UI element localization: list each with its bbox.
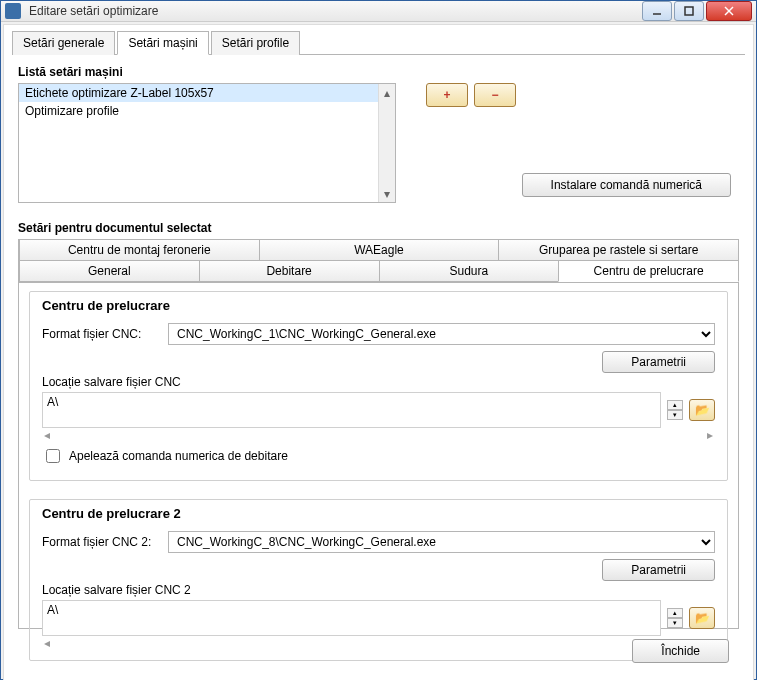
spinner-down-icon[interactable]: ▾ (667, 410, 683, 420)
svg-rect-1 (685, 7, 693, 15)
cnc-format-select-2[interactable]: CNC_WorkingC_8\CNC_WorkingC_General.exe (168, 531, 715, 553)
machine-list-items: Etichete optimizare Z-Label 105x57 Optim… (19, 84, 378, 202)
tab-profiles[interactable]: Setări profile (211, 31, 300, 55)
location-spinner-2[interactable]: ▴ ▾ (667, 608, 683, 628)
subtab-cutting[interactable]: Debitare (199, 260, 380, 282)
tab-general[interactable]: Setări generale (12, 31, 115, 55)
client-area: Setări generale Setări mașini Setări pro… (3, 24, 754, 680)
subtab-hardware-center[interactable]: Centru de montaj feronerie (19, 239, 260, 261)
subtab-content: Centru de prelucrare Format fișier CNC: … (18, 283, 739, 629)
browse-button-1[interactable]: 📂 (689, 399, 715, 421)
tab-machines[interactable]: Setări mașini (117, 31, 208, 55)
group1-title: Centru de prelucrare (42, 298, 715, 313)
subtab-grouping[interactable]: Gruparea pe rastele si sertare (498, 239, 739, 261)
install-nc-button[interactable]: Instalare comandă numerică (522, 173, 731, 197)
selected-doc-heading: Setări pentru documentul selectat (18, 221, 739, 235)
machine-listbox[interactable]: Etichete optimizare Z-Label 105x57 Optim… (18, 83, 396, 203)
main-tabs: Setări generale Setări mașini Setări pro… (12, 31, 745, 55)
call-cutting-nc-row: Apelează comanda numerica de debitare (42, 446, 715, 466)
list-item[interactable]: Optimizare profile (19, 102, 378, 120)
scroll-down-icon[interactable]: ▾ (379, 185, 395, 202)
cnc-format-select-1[interactable]: CNC_WorkingC_1\CNC_WorkingC_General.exe (168, 323, 715, 345)
selected-doc-section: Setări pentru documentul selectat Centru… (12, 211, 745, 629)
subtab-waeagle[interactable]: WAEagle (259, 239, 500, 261)
add-button[interactable]: + (426, 83, 468, 107)
window-controls (642, 1, 752, 21)
call-cutting-nc-label: Apelează comanda numerica de debitare (69, 449, 288, 463)
spinner-down-icon[interactable]: ▾ (667, 618, 683, 628)
list-item[interactable]: Etichete optimizare Z-Label 105x57 (19, 84, 378, 102)
list-scrollbar[interactable]: ▴ ▾ (378, 84, 395, 202)
maximize-button[interactable] (674, 1, 704, 21)
add-remove-buttons: + − (426, 83, 516, 107)
remove-button[interactable]: − (474, 83, 516, 107)
minus-icon: − (491, 88, 498, 102)
window-title: Editare setări optimizare (25, 4, 642, 18)
call-cutting-nc-checkbox[interactable] (46, 449, 60, 463)
spinner-up-icon[interactable]: ▴ (667, 400, 683, 410)
titlebar: Editare setări optimizare (1, 1, 756, 22)
spinner-up-icon[interactable]: ▴ (667, 608, 683, 618)
machining-center-group-1: Centru de prelucrare Format fișier CNC: … (29, 291, 728, 481)
folder-icon: 📂 (695, 403, 710, 417)
parameters-button-2[interactable]: Parametrii (602, 559, 715, 581)
subtab-machining-center[interactable]: Centru de prelucrare (558, 260, 739, 282)
close-window-button[interactable] (706, 1, 752, 21)
cnc-format-label-2: Format fișier CNC 2: (42, 535, 160, 549)
subtab-welding[interactable]: Sudura (379, 260, 560, 282)
cnc-location-input-1[interactable] (42, 392, 661, 428)
footer: Închide (12, 629, 745, 673)
app-icon (5, 3, 21, 19)
machine-list-heading: Listă setări mașini (18, 65, 745, 79)
subtab-row-2: General Debitare Sudura Centru de preluc… (19, 261, 738, 282)
group2-title: Centru de prelucrare 2 (42, 506, 715, 521)
browse-button-2[interactable]: 📂 (689, 607, 715, 629)
cnc-location-label-2: Locație salvare fișier CNC 2 (42, 583, 715, 597)
cnc-format-row-2: Format fișier CNC 2: CNC_WorkingC_8\CNC_… (42, 531, 715, 553)
cnc-format-row-1: Format fișier CNC: CNC_WorkingC_1\CNC_Wo… (42, 323, 715, 345)
folder-icon: 📂 (695, 611, 710, 625)
plus-icon: + (443, 88, 450, 102)
minimize-button[interactable] (642, 1, 672, 21)
scroll-up-icon[interactable]: ▴ (379, 84, 395, 101)
subtab-row-1: Centru de montaj feronerie WAEagle Grupa… (19, 240, 738, 261)
cnc-format-label-1: Format fișier CNC: (42, 327, 160, 341)
hscroll-1[interactable]: ◂▸ (42, 428, 715, 438)
cnc-location-label-1: Locație salvare fișier CNC (42, 375, 715, 389)
sub-tabs: Centru de montaj feronerie WAEagle Grupa… (18, 239, 739, 283)
close-button[interactable]: Închide (632, 639, 729, 663)
location-spinner-1[interactable]: ▴ ▾ (667, 400, 683, 420)
parameters-button-1[interactable]: Parametrii (602, 351, 715, 373)
cnc-location-box-1: ▴ ▾ 📂 (42, 392, 715, 428)
app-window: Editare setări optimizare Setări general… (0, 0, 757, 680)
subtab-general[interactable]: General (19, 260, 200, 282)
